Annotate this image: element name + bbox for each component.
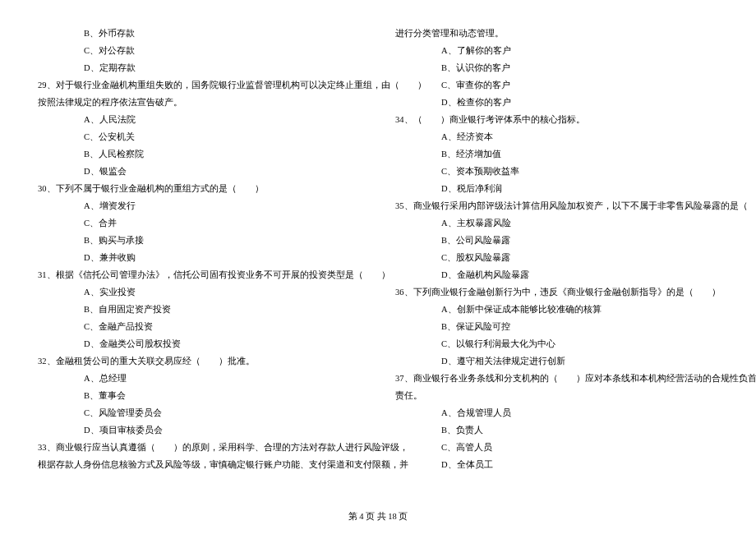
question-34: 34、（ ）商业银行考评体系中的核心指标。 xyxy=(390,111,723,128)
option: C、风险管理委员会 xyxy=(33,404,366,421)
option: C、股权风险暴露 xyxy=(390,249,723,266)
question-35: 35、商业银行采用内部评级法计算信用风险加权资产，以下不属于非零售风险暴露的是（… xyxy=(390,197,723,214)
option: B、负责人 xyxy=(390,421,723,439)
option: B、自用固定资产投资 xyxy=(33,301,366,318)
option: B、公司风险暴露 xyxy=(390,232,723,249)
page-footer: 第 4 页 共 18 页 xyxy=(0,511,756,522)
option: C、合并 xyxy=(33,214,366,232)
option: A、了解你的客户 xyxy=(390,42,723,59)
option: A、人民法院 xyxy=(33,111,366,128)
option: C、金融产品投资 xyxy=(33,318,366,335)
option: A、创新中保证成本能够比较准确的核算 xyxy=(390,301,723,318)
option: C、对公存款 xyxy=(33,42,366,59)
question-33-cont: 根据存款人身份信息核验方式及风险等级，审慎确定银行账户功能、支付渠道和支付限额，… xyxy=(33,456,366,473)
option: D、检查你的客户 xyxy=(390,94,723,111)
option: C、公安机关 xyxy=(33,128,366,145)
option: A、主权暴露风险 xyxy=(390,214,723,232)
question-29-cont: 按照法律规定的程序依法宣告破产。 xyxy=(33,94,366,111)
option: B、保证风险可控 xyxy=(390,318,723,335)
option: C、以银行利润最大化为中心 xyxy=(390,335,723,352)
option: A、实业投资 xyxy=(33,283,366,301)
option: A、经济资本 xyxy=(390,128,723,145)
right-column: 进行分类管理和动态管理。 A、了解你的客户 B、认识你的客户 C、审查你的客户 … xyxy=(378,25,723,534)
option: C、审查你的客户 xyxy=(390,76,723,94)
left-column: B、外币存款 C、对公存款 D、定期存款 29、对于银行业金融机构重组失败的，国… xyxy=(33,25,378,534)
option: D、遵守相关法律规定进行创新 xyxy=(390,352,723,370)
question-33: 33、商业银行应当认真遵循（ ）的原则，采用科学、合理的方法对存款人进行风险评级… xyxy=(33,439,366,456)
option: D、全体员工 xyxy=(390,456,723,473)
option: B、购买与承接 xyxy=(33,232,366,249)
question-32: 32、金融租赁公司的重大关联交易应经（ ）批准。 xyxy=(33,352,366,370)
option: A、增资发行 xyxy=(33,197,366,214)
option: D、金融类公司股权投资 xyxy=(33,335,366,352)
question-31: 31、根据《信托公司管理办法》，信托公司固有投资业务不可开展的投资类型是（ ） xyxy=(33,266,366,283)
option: C、高管人员 xyxy=(390,439,723,456)
question-37-cont: 责任。 xyxy=(390,387,723,404)
question-30: 30、下列不属于银行业金融机构的重组方式的是（ ） xyxy=(33,180,366,197)
option: D、项目审核委员会 xyxy=(33,421,366,439)
option: B、外币存款 xyxy=(33,25,366,42)
option: B、认识你的客户 xyxy=(390,59,723,76)
option: D、金融机构风险暴露 xyxy=(390,266,723,283)
option: D、定期存款 xyxy=(33,59,366,76)
option: D、兼并收购 xyxy=(33,249,366,266)
question-33-cont2: 进行分类管理和动态管理。 xyxy=(390,25,723,42)
exam-page: B、外币存款 C、对公存款 D、定期存款 29、对于银行业金融机构重组失败的，国… xyxy=(0,0,756,534)
question-36: 36、下列商业银行金融创新行为中，违反《商业银行金融创新指导》的是（ ） xyxy=(390,283,723,301)
question-29: 29、对于银行业金融机构重组失败的，国务院银行业监督管理机构可以决定终止重组，由… xyxy=(33,76,366,94)
option: D、银监会 xyxy=(33,163,366,180)
option: D、税后净利润 xyxy=(390,180,723,197)
option: C、资本预期收益率 xyxy=(390,163,723,180)
option: B、人民检察院 xyxy=(33,145,366,163)
option: A、总经理 xyxy=(33,370,366,387)
option: B、经济增加值 xyxy=(390,145,723,163)
option: B、董事会 xyxy=(33,387,366,404)
question-37: 37、商业银行各业务条线和分支机构的（ ）应对本条线和本机构经营活动的合规性负首… xyxy=(390,370,723,387)
option: A、合规管理人员 xyxy=(390,404,723,421)
